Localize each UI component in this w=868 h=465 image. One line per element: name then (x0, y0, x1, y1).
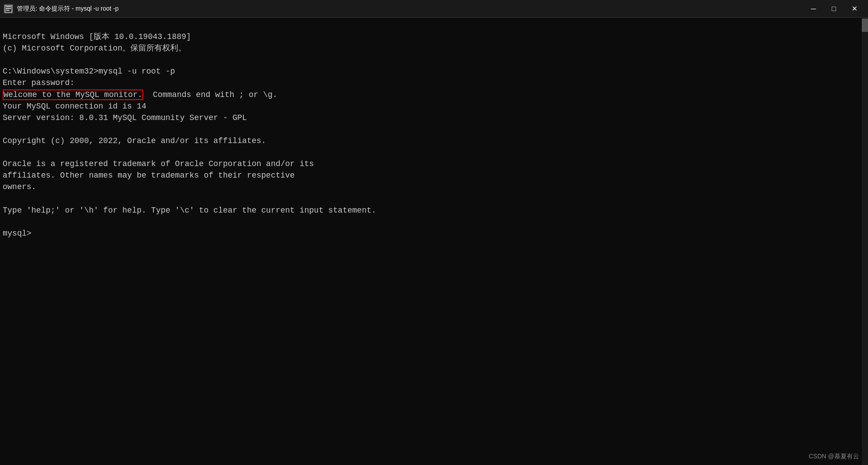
line-2: (c) Microsoft Corporation。保留所有权利。 (3, 44, 186, 53)
line-12: Oracle is a registered trademark of Orac… (3, 159, 314, 168)
minimize-button[interactable]: ─ (803, 0, 824, 18)
line-4: C:\Windows\system32>mysql -u root -p (3, 67, 175, 76)
line-13: affiliates. Other names may be trademark… (3, 171, 295, 180)
terminal-output: Microsoft Windows [版本 10.0.19043.1889] (… (3, 19, 865, 251)
window-controls: ─ □ ✕ (803, 0, 864, 18)
welcome-highlighted: Welcome to the MySQL monitor. (3, 89, 143, 100)
svg-rect-1 (6, 8, 11, 9)
svg-rect-3 (6, 6, 11, 7)
svg-rect-2 (6, 10, 9, 11)
maximize-button[interactable]: □ (824, 0, 844, 18)
line-1: Microsoft Windows [版本 10.0.19043.1889] (3, 32, 191, 41)
welcome-rest: Commands end with ; or \g. (143, 90, 277, 99)
line-7: Your MySQL connection id is 14 (3, 102, 146, 111)
window-icon (4, 4, 13, 14)
line-8: Server version: 8.0.31 MySQL Community S… (3, 113, 247, 122)
line-18: mysql> (3, 229, 31, 238)
scrollbar-thumb[interactable] (862, 19, 868, 32)
watermark: CSDN @慕夏有云 (809, 453, 859, 461)
terminal-body[interactable]: Microsoft Windows [版本 10.0.19043.1889] (… (0, 18, 868, 465)
terminal-window: 管理员: 命令提示符 - mysql -u root -p ─ □ ✕ Micr… (0, 0, 868, 465)
close-button[interactable]: ✕ (844, 0, 864, 18)
line-14: owners. (3, 182, 36, 191)
line-10: Copyright (c) 2000, 2022, Oracle and/or … (3, 136, 266, 145)
title-bar: 管理员: 命令提示符 - mysql -u root -p ─ □ ✕ (0, 0, 868, 18)
line-16: Type 'help;' or '\h' for help. Type '\c'… (3, 206, 376, 215)
scrollbar[interactable] (862, 18, 868, 465)
line-5: Enter password: (3, 78, 74, 87)
window-title: 管理员: 命令提示符 - mysql -u root -p (17, 5, 803, 13)
